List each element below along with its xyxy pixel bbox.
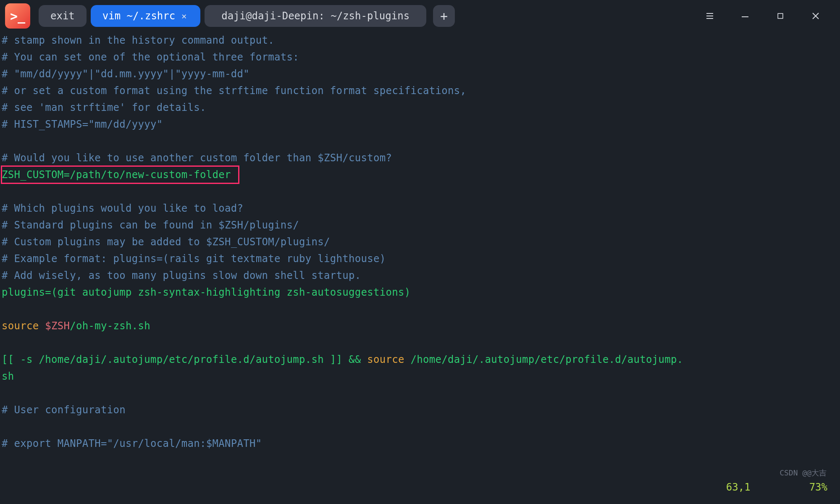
code-line: [2, 133, 838, 150]
code-line: source $ZSH/oh-my-zsh.sh: [2, 318, 838, 334]
tab-exit[interactable]: exit: [39, 5, 87, 27]
tab-label: vim ~/.zshrc: [102, 10, 175, 22]
code-line: plugins=(git autojump zsh-syntax-highlig…: [2, 284, 838, 301]
plus-icon: +: [440, 9, 448, 24]
tab-vim-zshrc[interactable]: vim ~/.zshrc ✕: [91, 5, 200, 27]
code-line: # Standard plugins can be found in $ZSH/…: [2, 217, 838, 234]
tab-label: exit: [50, 10, 75, 22]
close-window-icon[interactable]: [809, 9, 822, 23]
code-line: # Example format: plugins=(rails git tex…: [2, 250, 838, 267]
code-line: # You can set one of the optional three …: [2, 49, 838, 66]
code-line: # export MANPATH="/usr/local/man:$MANPAT…: [2, 435, 838, 452]
code-line: [2, 385, 838, 402]
maximize-icon[interactable]: [774, 9, 787, 23]
code-line: [2, 418, 838, 435]
code-line: [[ -s /home/daji/.autojump/etc/profile.d…: [2, 351, 838, 368]
code-line: # or set a custom format using the strft…: [2, 82, 838, 99]
editor-content[interactable]: # stamp shown in the history command out…: [0, 32, 840, 504]
minimize-icon[interactable]: [738, 9, 752, 23]
code-line: sh: [2, 368, 838, 385]
code-line: # see 'man strftime' for details.: [2, 99, 838, 116]
code-line: # Custom plugins may be added to $ZSH_CU…: [2, 234, 838, 250]
code-line: # stamp shown in the history command out…: [2, 32, 838, 49]
vim-statusbar: 63,1 73%: [0, 479, 840, 496]
watermark: CSDN @@大吉: [780, 468, 827, 478]
app-icon: >_: [5, 3, 30, 29]
tab-label: daji@daji-Deepin: ~/zsh-plugins: [221, 10, 410, 22]
terminal-window: >_ exit vim ~/.zshrc ✕ daji@daji-Deepin:…: [0, 0, 840, 504]
scroll-percent: 73%: [809, 481, 827, 493]
cursor-position: 63,1: [726, 481, 751, 493]
code-line: # HIST_STAMPS="mm/dd/yyyy": [2, 116, 838, 133]
code-line: # Which plugins would you like to load?: [2, 200, 838, 217]
titlebar: >_ exit vim ~/.zshrc ✕ daji@daji-Deepin:…: [0, 0, 840, 32]
tab-zsh-plugins[interactable]: daji@daji-Deepin: ~/zsh-plugins: [205, 5, 426, 27]
highlighted-config-line: ZSH_CUSTOM=/path/to/new-custom-folder: [2, 166, 239, 183]
code-line: [2, 301, 838, 318]
code-line: ZSH_CUSTOM=/path/to/new-custom-folder: [2, 166, 838, 183]
code-line: # Would you like to use another custom f…: [2, 150, 838, 166]
code-line: # Add wisely, as too many plugins slow d…: [2, 267, 838, 284]
code-line: [2, 183, 838, 200]
code-line: # "mm/dd/yyyy"|"dd.mm.yyyy"|"yyyy-mm-dd": [2, 66, 838, 82]
close-icon[interactable]: ✕: [179, 11, 189, 21]
code-line: [2, 334, 838, 351]
menu-icon[interactable]: [703, 9, 717, 23]
window-controls: [703, 9, 835, 23]
code-line: # User configuration: [2, 402, 838, 418]
svg-rect-0: [778, 13, 783, 18]
new-tab-button[interactable]: +: [433, 5, 455, 27]
